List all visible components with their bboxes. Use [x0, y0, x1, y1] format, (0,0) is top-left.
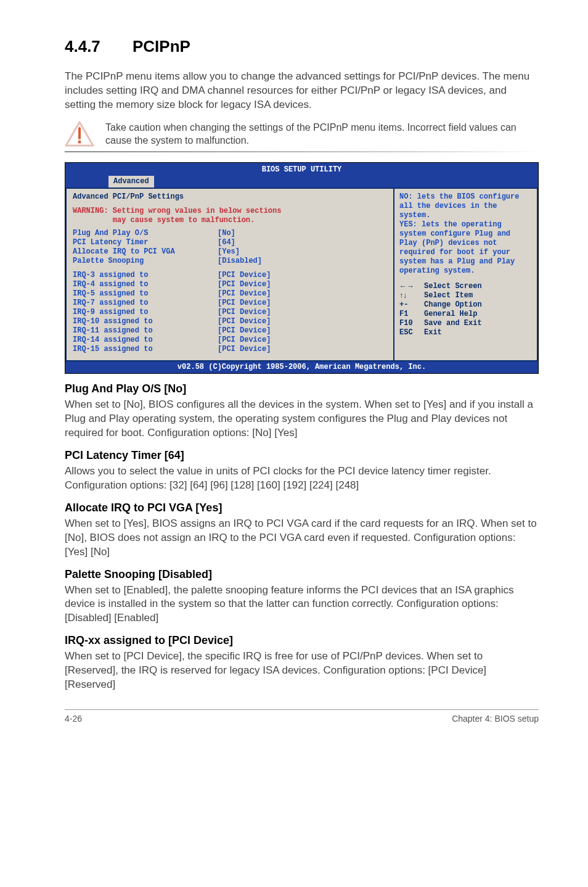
- warning-icon: [65, 121, 94, 147]
- subsection-heading: Palette Snooping [Disabled]: [65, 568, 539, 581]
- svg-point-2: [78, 140, 81, 143]
- subsection-heading: Allocate IRQ to PCI VGA [Yes]: [65, 501, 539, 514]
- bios-warning: WARNING: Setting wrong values in below s…: [73, 207, 387, 225]
- section-heading: 4.4.7PCIPnP: [65, 37, 539, 56]
- subsection-heading: IRQ-xx assigned to [PCI Device]: [65, 634, 539, 647]
- bios-panel-heading: Advanced PCI/PnP Settings: [73, 192, 387, 202]
- subsection-body: When set to [No], BIOS configures all th…: [65, 398, 539, 440]
- bios-help-text: NO: lets the BIOS configure all the devi…: [399, 192, 532, 276]
- bios-irq-row: IRQ-4 assigned to[PCI Device]: [73, 280, 387, 289]
- caution-text: Take caution when changing the settings …: [105, 121, 539, 147]
- caution-note: Take caution when changing the settings …: [65, 121, 539, 147]
- bios-irq-row: IRQ-5 assigned to[PCI Device]: [73, 289, 387, 299]
- subsection-heading: PCI Latency Timer [64]: [65, 449, 539, 462]
- bios-irq-row: IRQ-14 assigned to[PCI Device]: [73, 336, 387, 345]
- section-number: 4.4.7: [65, 37, 133, 56]
- bios-screenshot: BIOS SETUP UTILITY Advanced Advanced PCI…: [65, 162, 539, 374]
- plus-minus-icon: +-: [399, 300, 424, 310]
- chapter-label: Chapter 4: BIOS setup: [452, 714, 539, 724]
- bios-irq-row: IRQ-7 assigned to[PCI Device]: [73, 299, 387, 308]
- page-footer: 4-26 Chapter 4: BIOS setup: [65, 709, 539, 724]
- subsection-body: Allows you to select the value in units …: [65, 464, 539, 493]
- bios-irq-row: IRQ-9 assigned to[PCI Device]: [73, 308, 387, 317]
- bios-irq-row: IRQ-15 assigned to[PCI Device]: [73, 345, 387, 354]
- divider: [65, 151, 539, 152]
- subsection-body: When set to [Yes], BIOS assigns an IRQ t…: [65, 517, 539, 559]
- bios-irq-row: IRQ-11 assigned to[PCI Device]: [73, 326, 387, 336]
- bios-irq-row: IRQ-3 assigned to[PCI Device]: [73, 271, 387, 280]
- subsection-body: When set to [Enabled], the palette snoop…: [65, 584, 539, 626]
- bios-setting-row: Allocate IRQ to PCI VGA[Yes]: [73, 247, 387, 257]
- arrows-ud-icon: ↑↓: [399, 291, 424, 300]
- bios-setting-row: Palette Snooping[Disabled]: [73, 257, 387, 266]
- bios-key-legend: ←→Select Screen ↑↓Select Item +-Change O…: [399, 282, 532, 337]
- bios-irq-row: IRQ-10 assigned to[PCI Device]: [73, 317, 387, 326]
- arrows-lr-icon: ←→: [399, 282, 424, 291]
- bios-title: BIOS SETUP UTILITY: [65, 164, 538, 176]
- subsection-heading: Plug And Play O/S [No]: [65, 382, 539, 395]
- bios-setting-row: PCI Latency Timer[64]: [73, 238, 387, 247]
- bios-tab-advanced: Advanced: [108, 176, 154, 188]
- bios-setting-row: Plug And Play O/S[No]: [73, 229, 387, 238]
- subsection-body: When set to [PCI Device], the specific I…: [65, 650, 539, 692]
- section-title: PCIPnP: [133, 37, 190, 56]
- page-number: 4-26: [65, 714, 82, 724]
- bios-copyright: v02.58 (C)Copyright 1985-2006, American …: [65, 361, 538, 373]
- intro-paragraph: The PCIPnP menu items allow you to chang…: [65, 70, 539, 112]
